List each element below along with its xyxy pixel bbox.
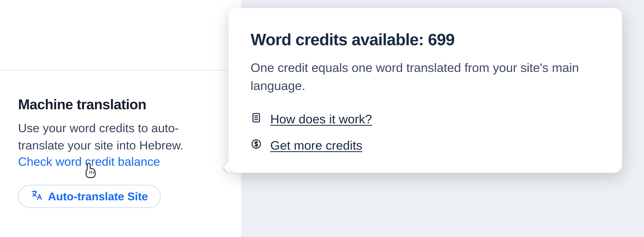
- section-title: Machine translation: [18, 96, 146, 112]
- tooltip-title: Word credits available: 699: [250, 30, 600, 49]
- translate-icon: [31, 189, 42, 204]
- how-does-it-work-label: How does it work?: [270, 112, 372, 126]
- divider: [0, 70, 241, 70]
- pointer-cursor-icon: [85, 163, 98, 179]
- get-more-credits-link[interactable]: Get more credits: [250, 138, 600, 152]
- dollar-circle-icon: [250, 138, 262, 152]
- tooltip-title-prefix: Word credits available:: [250, 30, 428, 48]
- tooltip-arrow: [223, 161, 230, 174]
- how-does-it-work-link[interactable]: How does it work?: [250, 112, 600, 126]
- tooltip-credit-count: 699: [428, 30, 454, 48]
- get-more-credits-label: Get more credits: [270, 138, 362, 152]
- auto-translate-site-button[interactable]: Auto-translate Site: [18, 185, 161, 208]
- tooltip-description: One credit equals one word translated fr…: [250, 59, 600, 95]
- document-icon: [250, 112, 262, 126]
- section-description: Use your word credits to auto-translate …: [18, 120, 219, 154]
- tooltip-links: How does it work? Get more credits: [250, 112, 600, 152]
- word-credits-tooltip: Word credits available: 699 One credit e…: [228, 8, 622, 173]
- auto-translate-site-label: Auto-translate Site: [48, 190, 148, 203]
